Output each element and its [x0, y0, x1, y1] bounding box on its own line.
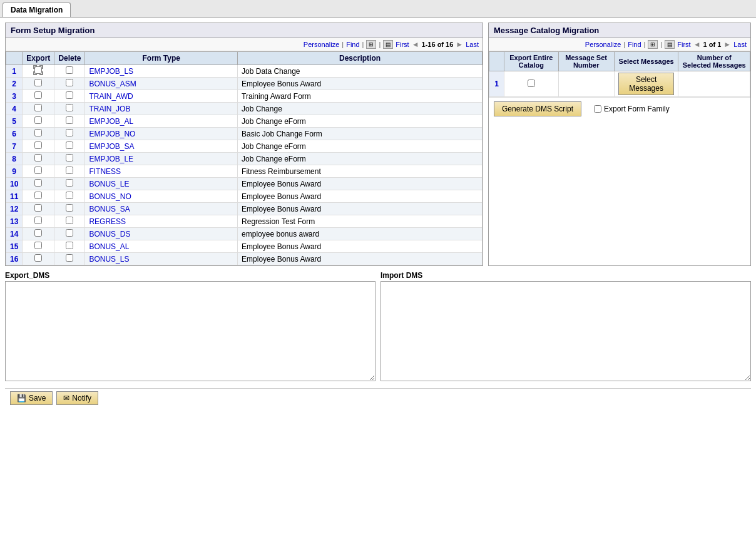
row-export-checkbox[interactable]: [34, 66, 42, 74]
row-export-checkbox[interactable]: [34, 154, 42, 162]
export-form-family-checkbox[interactable]: [594, 105, 601, 113]
msg-first[interactable]: First: [677, 41, 690, 48]
row-export-checkbox[interactable]: [34, 229, 42, 237]
row-delete-checkbox[interactable]: [66, 217, 73, 224]
row-formtype-link[interactable]: BONUS_LS: [89, 255, 129, 264]
row-formtype-link[interactable]: EMPJOB_LS: [89, 67, 133, 76]
row-description-cell: Regression Test Form: [238, 215, 483, 228]
export-dms-textarea[interactable]: [5, 281, 375, 381]
form-setup-row: 7EMPJOB_SAJob Change eForm: [6, 140, 483, 153]
row-formtype-link[interactable]: EMPJOB_SA: [89, 142, 134, 151]
row-formtype-link[interactable]: TRAIN_JOB: [89, 105, 130, 113]
row-export-checkbox[interactable]: [34, 242, 42, 249]
row-export-cell: [23, 178, 54, 190]
row-export-checkbox[interactable]: [34, 104, 42, 111]
row-delete-checkbox[interactable]: [66, 254, 73, 262]
notify-button[interactable]: ✉ Notify: [56, 391, 98, 405]
row-export-checkbox[interactable]: [34, 129, 42, 136]
form-setup-personalize[interactable]: Personalize: [304, 41, 339, 48]
import-dms-textarea[interactable]: [381, 281, 751, 381]
row-export-checkbox[interactable]: [34, 91, 42, 99]
row-formtype-link[interactable]: BONUS_NO: [89, 192, 131, 201]
row-delete-checkbox[interactable]: [66, 79, 73, 86]
row-delete-checkbox[interactable]: [66, 167, 73, 174]
row-formtype-link[interactable]: BONUS_DS: [89, 230, 130, 239]
row-delete-checkbox[interactable]: [66, 229, 73, 237]
row-description-cell: Job Change eForm: [238, 153, 483, 165]
row-delete-cell: [54, 253, 85, 265]
export-form-family-label[interactable]: Export Form Family: [594, 105, 670, 113]
msg-export-icon[interactable]: ▤: [665, 40, 675, 49]
row-formtype-link[interactable]: BONUS_LE: [89, 180, 129, 188]
row-delete-checkbox[interactable]: [66, 116, 73, 124]
row-num-cell: 11: [6, 190, 23, 203]
row-export-cell: [23, 128, 54, 140]
row-formtype-link[interactable]: EMPJOB_NO: [89, 130, 135, 138]
row-formtype-link[interactable]: EMPJOB_LE: [89, 155, 133, 163]
row-delete-checkbox[interactable]: [66, 91, 73, 99]
save-button[interactable]: 💾 Save: [10, 391, 53, 405]
row-export-checkbox[interactable]: [34, 254, 42, 262]
row-export-cell: [23, 140, 54, 153]
msg-next-arrow[interactable]: ►: [723, 40, 731, 49]
row-export-checkbox[interactable]: [34, 179, 42, 187]
generate-dms-button[interactable]: Generate DMS Script: [494, 101, 581, 116]
notify-icon: ✉: [63, 394, 69, 403]
row-export-checkbox[interactable]: [34, 141, 42, 149]
row-description-cell: Fitness Reimbursement: [238, 165, 483, 178]
row-formtype-link[interactable]: REGRESS: [89, 217, 126, 226]
row-num-cell: 14: [6, 228, 23, 240]
row-export-checkbox[interactable]: [34, 116, 42, 124]
row-export-checkbox[interactable]: [34, 204, 42, 212]
row-delete-checkbox[interactable]: [66, 204, 73, 212]
row-delete-checkbox[interactable]: [66, 154, 73, 162]
select-messages-button[interactable]: Select Messages: [618, 73, 675, 95]
form-setup-last[interactable]: Last: [466, 41, 479, 48]
row-delete-checkbox[interactable]: [66, 141, 73, 149]
save-label: Save: [29, 394, 46, 403]
row-formtype-link[interactable]: TRAIN_AWD: [89, 92, 133, 101]
row-export-checkbox[interactable]: [34, 167, 42, 174]
msg-find[interactable]: Find: [628, 41, 641, 48]
row-delete-cell: [54, 178, 85, 190]
row-delete-checkbox[interactable]: [66, 179, 73, 187]
row-delete-checkbox[interactable]: [66, 242, 73, 249]
msg-personalize[interactable]: Personalize: [585, 41, 621, 48]
row-delete-checkbox[interactable]: [66, 66, 73, 74]
tab-data-migration[interactable]: Data Migration: [3, 3, 71, 17]
row-num-cell: 4: [6, 103, 23, 115]
row-formtype-link[interactable]: BONUS_ASM: [89, 80, 136, 88]
msg-col-num: [489, 52, 504, 71]
row-export-cell: [23, 240, 54, 253]
row-export-cell: [23, 165, 54, 178]
row-export-cell: [23, 90, 54, 103]
row-export-checkbox[interactable]: [34, 79, 42, 86]
row-description-cell: Employee Bonus Award: [238, 203, 483, 215]
row-formtype-link[interactable]: FITNESS: [89, 167, 121, 176]
row-export-checkbox[interactable]: [34, 192, 42, 199]
form-setup-find[interactable]: Find: [346, 41, 359, 48]
form-setup-prev-arrow[interactable]: ◄: [412, 40, 419, 49]
form-setup-next-arrow[interactable]: ►: [456, 40, 463, 49]
form-setup-view-icon[interactable]: ⊞: [366, 40, 376, 49]
msg-export-entire-checkbox[interactable]: [528, 80, 535, 87]
msg-last[interactable]: Last: [733, 41, 747, 48]
row-formtype-cell: EMPJOB_LS: [85, 65, 238, 78]
row-delete-checkbox[interactable]: [66, 104, 73, 111]
msg-view-icon[interactable]: ⊞: [648, 40, 658, 49]
bottom-panels: Export_DMS Import DMS: [5, 271, 751, 383]
row-description-cell: Training Award Form: [238, 90, 483, 103]
form-setup-export-icon[interactable]: ▤: [383, 40, 393, 49]
row-formtype-link[interactable]: EMPJOB_AL: [89, 117, 133, 126]
row-export-checkbox[interactable]: [34, 217, 42, 224]
row-formtype-link[interactable]: BONUS_AL: [89, 242, 129, 251]
row-num-cell: 8: [6, 153, 23, 165]
row-delete-checkbox[interactable]: [66, 192, 73, 199]
msg-prev-arrow[interactable]: ◄: [693, 40, 701, 49]
form-setup-panel: Form Setup Migration Personalize | Find …: [5, 23, 483, 266]
row-formtype-cell: BONUS_LS: [85, 253, 238, 265]
export-dms-panel: Export_DMS: [5, 271, 375, 383]
row-formtype-link[interactable]: BONUS_SA: [89, 205, 130, 213]
row-delete-checkbox[interactable]: [66, 129, 73, 136]
form-setup-first[interactable]: First: [396, 41, 409, 48]
